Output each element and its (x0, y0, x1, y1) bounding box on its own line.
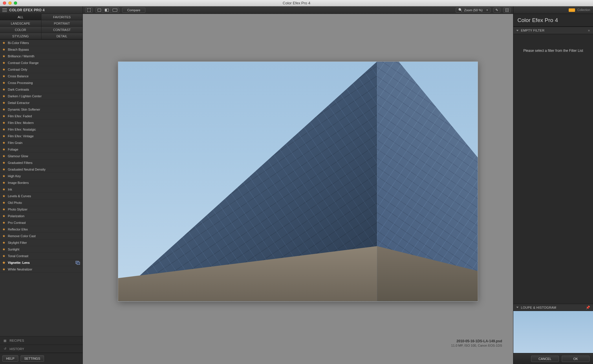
star-icon[interactable]: ★ (2, 208, 6, 211)
category-tab-stylizing[interactable]: STYLIZING (0, 33, 41, 39)
star-icon[interactable]: ★ (2, 68, 6, 71)
category-tab-detail[interactable]: DETAIL (41, 33, 83, 39)
star-icon[interactable]: ★ (2, 48, 6, 51)
filter-item[interactable]: ★Image Borders (0, 180, 83, 186)
filter-item[interactable]: ★Dark Contrasts (0, 86, 83, 93)
star-icon[interactable]: ★ (2, 94, 6, 98)
filter-item[interactable]: ★Detail Extractor (0, 100, 83, 106)
ok-button[interactable]: OK (562, 356, 590, 362)
star-icon[interactable]: ★ (2, 188, 6, 191)
star-icon[interactable]: ★ (2, 61, 6, 65)
help-button[interactable]: HELP (2, 355, 18, 362)
filter-item[interactable]: ★Foliage (0, 146, 83, 153)
category-tab-all[interactable]: ALL (0, 14, 41, 20)
filter-item[interactable]: ★Dynamic Skin Softener (0, 106, 83, 113)
star-icon[interactable]: ★ (2, 254, 6, 258)
copy-icon[interactable] (76, 261, 80, 264)
star-icon[interactable]: ★ (2, 214, 6, 218)
star-icon[interactable]: ★ (2, 81, 6, 85)
filter-item[interactable]: ★Contrast Color Range (0, 60, 83, 66)
compare-button[interactable]: Compare (122, 8, 145, 13)
filter-item[interactable]: ★Tonal Contrast (0, 253, 83, 259)
empty-filter-header[interactable]: EMPTY FILTER × (513, 27, 593, 34)
star-icon[interactable]: ★ (2, 101, 6, 105)
cancel-button[interactable]: CANCEL (531, 356, 559, 362)
filter-item[interactable]: ★Film Efex: Vintage (0, 133, 83, 140)
canvas-area[interactable]: 2010-05-16-1DS-LA-149.psd 11.0 MP, ISO 1… (83, 14, 513, 364)
panel-toggle-button[interactable] (85, 8, 93, 13)
filter-item[interactable]: ★Bi-Color Filters (0, 40, 83, 46)
star-icon[interactable]: ★ (2, 148, 6, 151)
filter-item[interactable]: ★Levels & Curves (0, 193, 83, 200)
star-icon[interactable]: ★ (2, 201, 6, 204)
filter-list[interactable]: ★Bi-Color Filters★Bleach Bypass★Brillian… (0, 40, 83, 336)
filter-item[interactable]: ★Film Efex: Nostalgic (0, 126, 83, 133)
filter-item[interactable]: ★Skylight Filter (0, 239, 83, 246)
category-tab-portrait[interactable]: PORTRAIT (41, 20, 83, 27)
star-icon[interactable]: ★ (2, 248, 6, 251)
star-icon[interactable]: ★ (2, 234, 6, 238)
filter-item[interactable]: ★White Neutralizer (0, 266, 83, 273)
star-icon[interactable]: ★ (2, 241, 6, 244)
star-icon[interactable]: ★ (2, 168, 6, 171)
category-tab-favorites[interactable]: FAVORITES (41, 14, 83, 20)
filter-item[interactable]: ★Old Photo (0, 200, 83, 206)
category-tab-contrast[interactable]: CONTRAST (41, 27, 83, 33)
menu-icon[interactable] (2, 8, 7, 12)
filter-item[interactable]: ★Ink (0, 186, 83, 193)
star-icon[interactable]: ★ (2, 121, 6, 125)
filter-item[interactable]: ★Cross Processing (0, 80, 83, 86)
filter-item[interactable]: ★Remove Color Cast (0, 233, 83, 239)
loupe-preview[interactable] (513, 311, 593, 353)
pin-icon[interactable]: 📌 (586, 306, 590, 310)
filter-item[interactable]: ★Bleach Bypass (0, 46, 83, 53)
brush-tool-button[interactable] (493, 8, 500, 13)
history-section[interactable]: ↺ HISTORY (0, 345, 83, 353)
category-tab-color[interactable]: COLOR (0, 27, 41, 33)
view-side-button[interactable] (111, 8, 119, 13)
star-icon[interactable]: ★ (2, 134, 6, 138)
star-icon[interactable]: ★ (2, 174, 6, 178)
filter-item[interactable]: ★Polarization (0, 213, 83, 220)
filter-item[interactable]: ★Contrast Only (0, 66, 83, 73)
loupe-histogram-header[interactable]: LOUPE & HISTOGRAM 📌 (513, 304, 593, 311)
star-icon[interactable]: ★ (2, 221, 6, 224)
star-icon[interactable]: ★ (2, 181, 6, 184)
star-icon[interactable]: ★ (2, 108, 6, 111)
filter-item[interactable]: ★Film Efex: Faded (0, 113, 83, 120)
star-icon[interactable]: ★ (2, 128, 6, 131)
star-icon[interactable]: ★ (2, 161, 6, 164)
image-preview[interactable] (118, 62, 478, 301)
category-tab-landscape[interactable]: LANDSCAPE (0, 20, 41, 27)
view-split-button[interactable] (103, 8, 111, 13)
star-icon[interactable]: ★ (2, 74, 6, 78)
filter-item[interactable]: ★Photo Stylizer (0, 206, 83, 213)
filter-item[interactable]: ★Cross Balance (0, 73, 83, 80)
filter-item[interactable]: ★Reflector Efex (0, 226, 83, 233)
filter-item[interactable]: ★High Key (0, 173, 83, 180)
filter-item[interactable]: ★Film Grain (0, 140, 83, 146)
filter-item[interactable]: ★Sunlight (0, 246, 83, 253)
recipes-section[interactable]: ▦ RECIPES (0, 336, 83, 345)
star-icon[interactable]: ★ (2, 114, 6, 118)
star-icon[interactable]: ★ (2, 88, 6, 91)
filter-item[interactable]: ★Graduated Neutral Density (0, 166, 83, 173)
settings-button[interactable]: SETTINGS (21, 355, 44, 362)
view-single-button[interactable] (96, 8, 103, 13)
filter-item[interactable]: ★Film Efex: Modern (0, 120, 83, 126)
star-icon[interactable]: ★ (2, 261, 6, 264)
filter-item[interactable]: ★Pro Contrast (0, 220, 83, 226)
star-icon[interactable]: ★ (2, 141, 6, 144)
zoom-dropdown[interactable]: Zoom (50 %) ▾ (456, 8, 490, 13)
star-icon[interactable]: ★ (2, 268, 6, 271)
background-color-button[interactable] (503, 8, 511, 13)
filter-item[interactable]: ★Glamour Glow (0, 153, 83, 160)
star-icon[interactable]: ★ (2, 154, 6, 158)
star-icon[interactable]: ★ (2, 41, 6, 45)
star-icon[interactable]: ★ (2, 228, 6, 231)
filter-item[interactable]: ★Brilliance / Warmth (0, 53, 83, 60)
star-icon[interactable]: ★ (2, 54, 6, 58)
filter-item[interactable]: ★Graduated Filters (0, 160, 83, 166)
filter-item[interactable]: ★Darken / Lighten Center (0, 93, 83, 100)
close-icon[interactable]: × (588, 28, 590, 33)
